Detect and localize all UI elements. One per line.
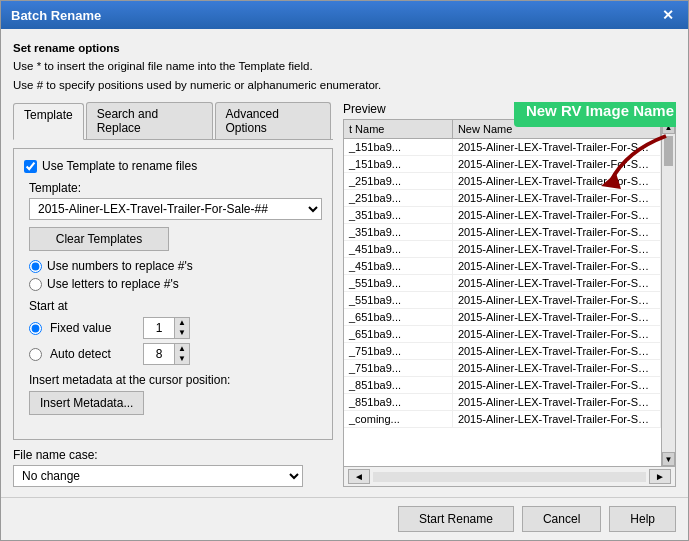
table-row: _651ba9...2015-Aliner-LEX-Travel-Trailer… (344, 309, 661, 326)
insert-metadata-button[interactable]: Insert Metadata... (29, 391, 144, 415)
close-button[interactable]: ✕ (658, 7, 678, 23)
tab-search-replace[interactable]: Search and Replace (86, 102, 213, 139)
cell-new-name: 2015-Aliner-LEX-Travel-Trailer-For-Sale-… (452, 207, 660, 224)
radio-use-letters[interactable] (29, 278, 42, 291)
batch-rename-dialog: Batch Rename ✕ Set rename options Use * … (0, 0, 689, 541)
tab-advanced-options[interactable]: Advanced Options (215, 102, 332, 139)
start-rename-button[interactable]: Start Rename (398, 506, 514, 532)
cell-new-name: 2015-Aliner-LEX-Travel-Trailer-For-Sale-… (452, 190, 660, 207)
file-name-case-label: File name case: (13, 448, 333, 462)
cell-old-name: _251ba9... (344, 190, 452, 207)
cell-old-name: _551ba9... (344, 275, 452, 292)
cell-old-name: _651ba9... (344, 309, 452, 326)
left-panel: Template Search and Replace Advanced Opt… (13, 102, 333, 487)
template-label: Template: (29, 181, 322, 195)
cell-new-name: 2015-Aliner-LEX-Travel-Trailer-For-Sale-… (452, 292, 660, 309)
cell-new-name: 2015-Aliner-LEX-Travel-Trailer-For-Sale-… (452, 241, 660, 258)
template-input-row: 2015-Aliner-LEX-Travel-Trailer-For-Sale-… (29, 198, 322, 220)
table-row: _151ba9...2015-Aliner-LEX-Travel-Trailer… (344, 156, 661, 173)
cell-new-name: 2015-Aliner-LEX-Travel-Trailer-For-Sale-… (452, 309, 660, 326)
cancel-button[interactable]: Cancel (522, 506, 601, 532)
col-old-name: t Name (344, 120, 452, 139)
cell-old-name: _451ba9... (344, 241, 452, 258)
cell-old-name: _851ba9... (344, 377, 452, 394)
fixed-value-down-button[interactable]: ▼ (175, 328, 189, 338)
table-row: _751ba9...2015-Aliner-LEX-Travel-Trailer… (344, 360, 661, 377)
title-bar: Batch Rename ✕ (1, 1, 688, 29)
help-button[interactable]: Help (609, 506, 676, 532)
cell-new-name: 2015-Aliner-LEX-Travel-Trailer-For-Sale-… (452, 411, 660, 428)
cell-old-name: _651ba9... (344, 326, 452, 343)
cell-new-name: 2015-Aliner-LEX-Travel-Trailer-For-Sale-… (452, 258, 660, 275)
fixed-value-up-button[interactable]: ▲ (175, 318, 189, 328)
cell-new-name: 2015-Aliner-LEX-Travel-Trailer-For-Sale-… (452, 139, 660, 156)
fixed-value-input[interactable] (144, 319, 174, 337)
template-select[interactable]: 2015-Aliner-LEX-Travel-Trailer-For-Sale-… (29, 198, 322, 220)
start-at-section: Start at Fixed value ▲ ▼ (24, 299, 322, 365)
metadata-label: Insert metadata at the cursor position: (29, 373, 322, 387)
preview-scroll-area[interactable]: t Name New Name _151ba9...2015-Aliner-LE… (344, 120, 661, 466)
file-name-case-select[interactable]: No change Uppercase Lowercase (13, 465, 303, 487)
scroll-left-arrow[interactable]: ◄ (348, 469, 370, 484)
scroll-right-arrow[interactable]: ► (649, 469, 671, 484)
content-area: Set rename options Use * to insert the o… (1, 29, 688, 497)
cell-old-name: _351ba9... (344, 224, 452, 241)
radio-numbers-label: Use numbers to replace #'s (47, 259, 193, 273)
table-row: _851ba9...2015-Aliner-LEX-Travel-Trailer… (344, 377, 661, 394)
preview-table-header-row: t Name New Name (344, 120, 661, 139)
preview-inner: t Name New Name _151ba9...2015-Aliner-LE… (344, 120, 675, 466)
table-row: _551ba9...2015-Aliner-LEX-Travel-Trailer… (344, 292, 661, 309)
auto-detect-up-button[interactable]: ▲ (175, 344, 189, 354)
cell-old-name: _151ba9... (344, 156, 452, 173)
cell-old-name: _751ba9... (344, 360, 452, 377)
preview-label: Preview (343, 102, 676, 116)
vertical-scrollbar[interactable]: ▲ ▼ (661, 120, 675, 466)
metadata-section: Insert metadata at the cursor position: … (24, 373, 322, 415)
use-template-checkbox-row: Use Template to rename files (24, 159, 322, 173)
scroll-down-arrow[interactable]: ▼ (662, 452, 675, 466)
auto-detect-down-button[interactable]: ▼ (175, 354, 189, 364)
table-row: _351ba9...2015-Aliner-LEX-Travel-Trailer… (344, 224, 661, 241)
fixed-value-label: Fixed value (50, 321, 135, 335)
auto-detect-label: Auto detect (50, 347, 135, 361)
tab-content-template: Use Template to rename files Template: 2… (13, 148, 333, 440)
radio-letters-label: Use letters to replace #'s (47, 277, 179, 291)
radio-fixed-value[interactable] (29, 322, 42, 335)
cell-new-name: 2015-Aliner-LEX-Travel-Trailer-For-Sale-… (452, 360, 660, 377)
preview-table: t Name New Name _151ba9...2015-Aliner-LE… (344, 120, 661, 428)
instructions-heading: Set rename options (13, 39, 676, 57)
table-row: _451ba9...2015-Aliner-LEX-Travel-Trailer… (344, 258, 661, 275)
radio-auto-detect[interactable] (29, 348, 42, 361)
table-row: _251ba9...2015-Aliner-LEX-Travel-Trailer… (344, 173, 661, 190)
cell-new-name: 2015-Aliner-LEX-Travel-Trailer-For-Sale-… (452, 156, 660, 173)
table-row: _551ba9...2015-Aliner-LEX-Travel-Trailer… (344, 275, 661, 292)
table-row: _851ba9...2015-Aliner-LEX-Travel-Trailer… (344, 394, 661, 411)
cell-new-name: 2015-Aliner-LEX-Travel-Trailer-For-Sale-… (452, 343, 660, 360)
start-at-label: Start at (29, 299, 322, 313)
table-row: _151ba9...2015-Aliner-LEX-Travel-Trailer… (344, 139, 661, 156)
start-at-rows: Fixed value ▲ ▼ (29, 317, 322, 365)
auto-detect-spinner: ▲ ▼ (143, 343, 190, 365)
instructions: Set rename options Use * to insert the o… (13, 39, 676, 94)
auto-detect-row: Auto detect ▲ ▼ (29, 343, 322, 365)
tab-template[interactable]: Template (13, 103, 84, 140)
cell-old-name: _251ba9... (344, 173, 452, 190)
cell-new-name: 2015-Aliner-LEX-Travel-Trailer-For-Sale-… (452, 224, 660, 241)
cell-old-name: _851ba9... (344, 394, 452, 411)
scroll-track (662, 134, 675, 452)
cell-new-name: 2015-Aliner-LEX-Travel-Trailer-For-Sale-… (452, 275, 660, 292)
file-name-case-section: File name case: No change Uppercase Lowe… (13, 448, 333, 487)
fixed-value-spinner: ▲ ▼ (143, 317, 190, 339)
radio-use-numbers[interactable] (29, 260, 42, 273)
cell-old-name: _351ba9... (344, 207, 452, 224)
scroll-up-arrow[interactable]: ▲ (662, 120, 675, 134)
use-template-checkbox[interactable] (24, 160, 37, 173)
auto-detect-input[interactable] (144, 345, 174, 363)
tab-bar: Template Search and Replace Advanced Opt… (13, 102, 333, 140)
cell-new-name: 2015-Aliner-LEX-Travel-Trailer-For-Sale-… (452, 173, 660, 190)
clear-templates-button[interactable]: Clear Templates (29, 227, 169, 251)
col-new-name: New Name (452, 120, 660, 139)
table-row: _coming...2015-Aliner-LEX-Travel-Trailer… (344, 411, 661, 428)
instructions-line1: Use * to insert the original file name i… (13, 57, 676, 75)
template-field-group: Template: 2015-Aliner-LEX-Travel-Trailer… (24, 181, 322, 251)
